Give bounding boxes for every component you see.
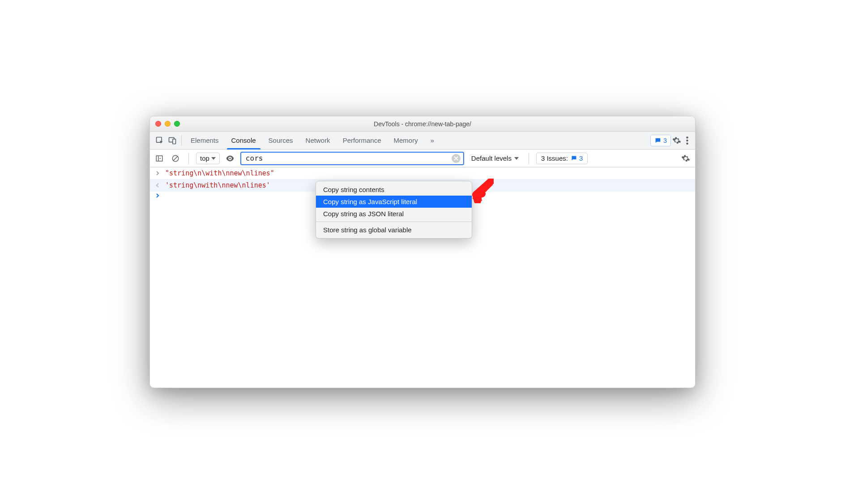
svg-point-8 (229, 158, 231, 159)
issues-label: 3 Issues: (541, 154, 568, 162)
console-line-text: 'string\nwith\nnew\nlines' (165, 181, 270, 189)
console-toolbar: top Default levels 3 Issues: 3 (150, 149, 695, 167)
svg-rect-6 (156, 156, 162, 161)
input-arrow-icon (154, 171, 161, 175)
console-input-row[interactable]: "string\n\with\nnew\nlines" (150, 167, 695, 179)
settings-button[interactable] (671, 135, 683, 146)
output-arrow-icon (154, 183, 161, 188)
tabs-overflow-button[interactable]: » (424, 132, 440, 149)
tab-sources[interactable]: Sources (262, 132, 299, 149)
console-body: "string\n\with\nnew\nlines" 'string\nwit… (150, 167, 695, 388)
filter-input[interactable] (246, 154, 452, 162)
messages-count: 3 (663, 137, 667, 144)
issues-count-badge: 3 (571, 154, 583, 162)
tab-network[interactable]: Network (299, 132, 337, 149)
minimize-window-button[interactable] (165, 121, 171, 127)
context-menu: Copy string contents Copy string as Java… (316, 181, 472, 239)
console-settings-button[interactable] (680, 153, 691, 164)
svg-point-5 (686, 142, 688, 145)
separator (529, 153, 529, 164)
menu-copy-string-contents[interactable]: Copy string contents (316, 184, 472, 196)
console-line-text: "string\n\with\nnew\nlines" (165, 169, 274, 177)
close-window-button[interactable] (155, 121, 161, 127)
filter-input-wrapper (240, 152, 464, 165)
issues-button[interactable]: 3 Issues: 3 (536, 153, 588, 164)
menu-separator (316, 222, 472, 222)
svg-point-4 (686, 139, 688, 141)
context-selector[interactable]: top (196, 153, 220, 164)
menu-copy-string-json-literal[interactable]: Copy string as JSON literal (316, 208, 472, 220)
menu-store-global-variable[interactable]: Store string as global variable (316, 224, 472, 236)
window-titlebar: DevTools - chrome://new-tab-page/ (150, 116, 695, 132)
chevron-down-icon (211, 157, 216, 160)
tab-performance[interactable]: Performance (337, 132, 388, 149)
tab-memory[interactable]: Memory (388, 132, 424, 149)
prompt-arrow-icon (154, 193, 161, 198)
context-label: top (200, 154, 209, 162)
clear-console-icon[interactable] (170, 153, 181, 164)
tab-console[interactable]: Console (225, 132, 262, 149)
traffic-lights (150, 121, 180, 127)
menu-copy-string-js-literal[interactable]: Copy string as JavaScript literal (316, 196, 472, 208)
tab-elements[interactable]: Elements (184, 132, 225, 149)
separator (181, 135, 182, 146)
messages-badge[interactable]: 3 (650, 135, 671, 146)
svg-point-9 (157, 185, 157, 186)
chevron-down-icon (514, 157, 519, 160)
device-toolbar-icon[interactable] (166, 134, 179, 147)
inspect-element-icon[interactable] (154, 134, 166, 147)
levels-label: Default levels (471, 154, 512, 162)
maximize-window-button[interactable] (174, 121, 180, 127)
window-title: DevTools - chrome://new-tab-page/ (150, 120, 695, 128)
more-menu-button[interactable] (683, 135, 691, 146)
log-levels-selector[interactable]: Default levels (469, 154, 521, 162)
svg-point-3 (686, 137, 688, 139)
toggle-sidebar-icon[interactable] (154, 153, 165, 164)
live-expression-icon[interactable] (224, 153, 236, 164)
svg-rect-2 (173, 139, 176, 144)
devtools-window: DevTools - chrome://new-tab-page/ Elemen… (149, 116, 696, 388)
clear-filter-icon[interactable] (452, 154, 461, 163)
separator (188, 153, 189, 164)
main-tab-bar: Elements Console Sources Network Perform… (150, 132, 695, 149)
